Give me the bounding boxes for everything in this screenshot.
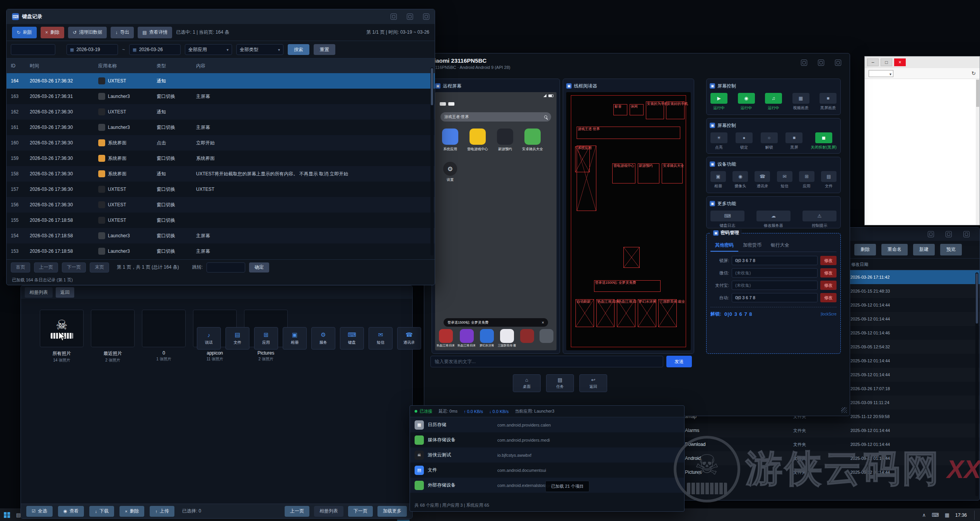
album-paging-button[interactable]: 上一页 xyxy=(285,506,309,517)
password-value[interactable]: 0|0 3 6 7 8 xyxy=(732,256,818,265)
function-button[interactable]: ▤ 文件 xyxy=(225,327,249,350)
app-row[interactable]: ☠ 游侠云测试 io.bjfcstys.awwbxf xyxy=(410,447,684,463)
phone-search-bar[interactable]: 游戏王者·世界 xyxy=(440,112,551,122)
album-action-button[interactable]: ↑ 上传 xyxy=(150,506,174,517)
scrollbar[interactable] xyxy=(976,79,980,225)
stream-control-button[interactable]: ▶ 运行中 xyxy=(710,93,727,111)
log-row[interactable]: 156 2026-03-26 17:36:30 UXTEST 窗口切换 xyxy=(7,197,435,213)
device-function-button[interactable]: ◉ 摄像头 xyxy=(732,171,748,189)
device-function-button[interactable]: ⊞ 应用 xyxy=(799,171,814,189)
more-function-button[interactable]: ⌨ 键盘日志 xyxy=(710,211,744,228)
scrollbar-thumb[interactable] xyxy=(431,68,433,105)
app-row[interactable]: ▤ 文件 com.android.documentsui xyxy=(410,463,684,478)
more-function-button[interactable]: ☁ 修改服务器 xyxy=(756,211,790,228)
screen-action-button[interactable]: ☀ 点亮 xyxy=(710,132,727,150)
dock-app-icon[interactable]: 三国群英传:覆 xyxy=(498,329,516,347)
app-row[interactable]: 媒体存储设备 com.android.providers.medi xyxy=(410,432,684,447)
close-button[interactable] xyxy=(894,58,906,66)
log-row[interactable]: 164 2026-03-26 17:36:32 UXTEST 通知 xyxy=(7,73,435,89)
password-value[interactable]: (未收集) xyxy=(732,268,818,278)
toolbar-button[interactable]: ▤ 查看详情 xyxy=(138,27,172,38)
window-close-icon[interactable] xyxy=(423,14,429,20)
device-function-button[interactable]: ▤ 文件 xyxy=(821,171,837,189)
modify-button[interactable]: 修改 xyxy=(820,268,837,278)
stream-control-button[interactable]: ■ 黑屏画质 xyxy=(820,93,837,111)
screen-action-button[interactable]: ● 锁定 xyxy=(736,132,753,150)
function-button[interactable]: ♪ 说话 xyxy=(197,327,221,350)
close-icon[interactable] xyxy=(542,320,544,325)
screen-action-button[interactable]: ○ 解锁 xyxy=(761,132,778,150)
log-row[interactable]: 159 2026-03-26 17:36:30 系统界面 窗口切换 系统界面 xyxy=(7,151,435,166)
dock-app-icon[interactable]: 梦幻水浒将 xyxy=(478,329,495,347)
nav-button[interactable]: ▤ 任务 xyxy=(546,374,574,392)
file-row[interactable]: Download 文件夹 2025-09-12 01:14:44 xyxy=(635,437,980,451)
toolbar-button[interactable]: ↺ 清理旧数据 xyxy=(68,27,107,38)
next-page-button[interactable]: 下一页 xyxy=(62,262,86,272)
zoom-select[interactable] xyxy=(869,70,893,77)
nav-button[interactable]: ⌂ 桌面 xyxy=(513,374,541,392)
minimize-button[interactable] xyxy=(867,58,879,66)
log-row[interactable]: 162 2026-03-26 17:36:30 UXTEST 通知 xyxy=(7,104,435,120)
modify-button[interactable]: 修改 xyxy=(820,293,837,302)
search-button[interactable]: 搜索 xyxy=(288,44,309,55)
function-button[interactable]: ⚙ 服务 xyxy=(311,327,335,350)
window-menu-icon[interactable] xyxy=(928,231,934,237)
show-desktop-button[interactable] xyxy=(974,511,976,520)
album-action-button[interactable]: ↓ 下载 xyxy=(89,506,114,517)
remote-phone-screen[interactable]: 游戏王者·世界 系统应用 雷电游戏中心 xyxy=(435,92,557,350)
password-tab[interactable]: 银行大全 xyxy=(766,240,794,252)
date-from-input[interactable]: 2026-03-19 xyxy=(67,44,118,55)
dock-app-icon[interactable] xyxy=(519,329,535,347)
phone-ad-banner[interactable]: 登录送1500钻: 全梦灵免费 xyxy=(444,318,548,327)
screen-action-button[interactable]: ◼ 关闭投射(黑屏) xyxy=(811,132,837,150)
send-text-input[interactable] xyxy=(430,356,663,367)
phone-app-icon[interactable]: 新游预约 xyxy=(494,129,516,152)
modify-button[interactable]: 修改 xyxy=(820,281,837,290)
function-button[interactable]: ⌨ 键盘 xyxy=(340,327,364,350)
send-button[interactable]: 发送 xyxy=(666,356,692,367)
window-close-icon[interactable] xyxy=(963,231,970,237)
window-pin-icon[interactable] xyxy=(801,60,807,66)
dock-app-icon[interactable] xyxy=(538,329,555,347)
log-row[interactable]: 153 2026-03-26 17:18:58 Launcher3 窗口切换 主… xyxy=(7,243,435,259)
device-function-button[interactable]: ✉ 短信 xyxy=(777,171,792,189)
log-row[interactable]: 163 2026-03-26 17:36:31 Launcher3 窗口切换 主… xyxy=(7,89,435,104)
refresh-icon[interactable] xyxy=(971,70,976,76)
album-card[interactable]: ☠ 最近照片 2 张照片 xyxy=(91,310,135,363)
app-filter-select[interactable]: 全部应用 xyxy=(185,44,232,55)
nav-button[interactable]: ↩ 返回 xyxy=(579,374,607,392)
log-row[interactable]: 158 2026-03-26 17:36:30 系统界面 通知 UXTEST将开… xyxy=(7,166,435,182)
log-row[interactable]: 157 2026-03-26 17:36:30 UXTEST 窗口切换 UXTE… xyxy=(7,182,435,197)
file-row[interactable]: Alarms 文件夹 2025-09-12 01:14:44 xyxy=(635,423,980,437)
function-button[interactable]: ⊞ 应用 xyxy=(254,327,278,350)
password-tab[interactable]: 其他密码 xyxy=(710,240,738,252)
scrollbar-thumb[interactable] xyxy=(976,273,978,324)
album-action-button[interactable]: ☑ 全选 xyxy=(26,506,53,517)
log-row[interactable]: 161 2026-03-26 17:36:30 Launcher3 窗口切换 主… xyxy=(7,120,435,135)
modify-button[interactable]: 修改 xyxy=(820,256,837,265)
date-to-input[interactable]: 2026-03-26 xyxy=(129,44,181,55)
toolbar-button[interactable]: ↓ 导出 xyxy=(111,27,134,38)
phone-app-icon[interactable]: 系统应用 xyxy=(439,129,461,152)
window-minimize-icon[interactable] xyxy=(407,14,413,20)
function-button[interactable]: ✉ 短信 xyxy=(369,327,393,350)
window-layout-icon[interactable] xyxy=(946,231,952,237)
tray-network-icon[interactable]: ▦ xyxy=(945,512,949,518)
phone-app-icon[interactable]: 雷电游戏中心 xyxy=(466,129,489,152)
stream-control-button[interactable]: ▦ 视频画质 xyxy=(792,93,809,111)
password-value[interactable]: 0|0 3 6 7 8 xyxy=(732,293,818,302)
log-row[interactable]: 155 2026-03-26 17:18:58 UXTEST 窗口切换 xyxy=(7,213,435,228)
tray-keyboard-icon[interactable]: ⌨ xyxy=(932,512,939,518)
scrollbar[interactable] xyxy=(430,67,434,255)
album-action-button[interactable]: × 删除 xyxy=(120,506,144,517)
toolbar-button[interactable]: ↻ 刷新 xyxy=(12,27,37,38)
password-tab[interactable]: 加密货币 xyxy=(738,240,766,252)
album-card[interactable]: ☠ 所有照片 14 张照片 xyxy=(40,310,84,363)
taskbar-search-icon[interactable]: ▤ xyxy=(16,512,21,518)
file-action-button[interactable]: 预览 xyxy=(940,244,962,255)
reset-button[interactable]: 重置 xyxy=(314,44,335,55)
toolbar-button[interactable]: × 删除 xyxy=(41,27,64,38)
album-action-button[interactable]: ◉ 查看 xyxy=(58,506,84,517)
device-function-button[interactable]: ▣ 相册 xyxy=(710,171,726,189)
dock-app-icon[interactable]: 热血江湖:归来 xyxy=(437,329,455,347)
